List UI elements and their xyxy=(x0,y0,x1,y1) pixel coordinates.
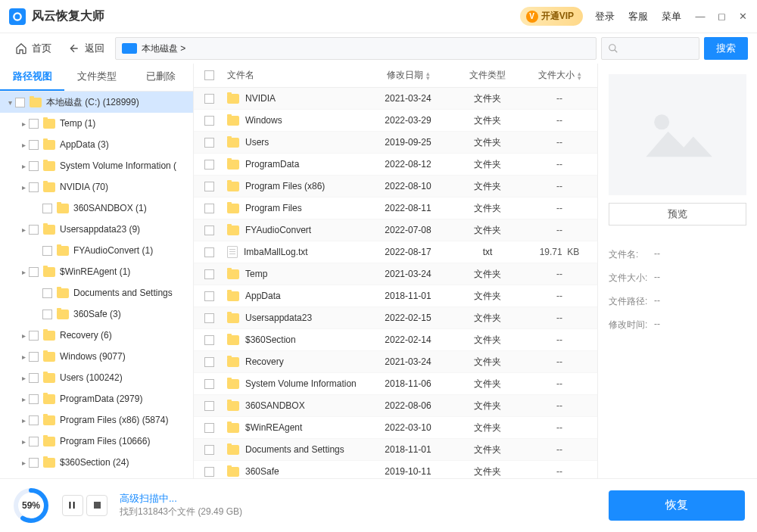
home-button[interactable]: 首页 xyxy=(9,39,58,58)
tree-item[interactable]: ▸$WinREAgent (1) xyxy=(0,261,193,282)
file-row[interactable]: 360Safe2019-10-11文件夹-- xyxy=(194,461,597,478)
tree-checkbox[interactable] xyxy=(42,204,52,213)
file-row[interactable]: FYAudioConvert2022-07-08文件夹-- xyxy=(194,219,597,241)
minimize-icon[interactable]: — xyxy=(695,11,706,22)
tree-checkbox[interactable] xyxy=(29,394,39,404)
col-date[interactable]: 修改日期▴▾ xyxy=(363,69,453,82)
row-checkbox[interactable] xyxy=(204,445,214,455)
search-input[interactable] xyxy=(601,37,699,60)
file-row[interactable]: Program Files2022-08-11文件夹-- xyxy=(194,198,597,219)
tree-checkbox[interactable] xyxy=(29,119,39,129)
tab-file-type[interactable]: 文件类型 xyxy=(64,64,129,91)
row-checkbox[interactable] xyxy=(204,401,214,411)
tree-checkbox[interactable] xyxy=(29,267,39,277)
tree-item[interactable]: ▸Program Files (10666) xyxy=(0,431,193,452)
tree-checkbox[interactable] xyxy=(42,310,52,319)
pause-button[interactable]: II xyxy=(62,495,83,516)
file-type: 文件夹 xyxy=(453,202,522,215)
file-row[interactable]: NVIDIA2021-03-24文件夹-- xyxy=(194,88,597,110)
row-checkbox[interactable] xyxy=(204,335,214,345)
file-row[interactable]: Program Files (x86)2022-08-10文件夹-- xyxy=(194,176,597,198)
tree-item[interactable]: ▸Users (100242) xyxy=(0,367,193,388)
col-size[interactable]: 文件大小▴▾ xyxy=(522,69,597,82)
file-row[interactable]: AppData2018-11-01文件夹-- xyxy=(194,285,597,307)
row-checkbox[interactable] xyxy=(204,291,214,301)
row-checkbox[interactable] xyxy=(204,138,214,148)
file-row[interactable]: ImbaMallLog.txt2022-08-17txt19.71 KB xyxy=(194,241,597,263)
row-checkbox[interactable] xyxy=(204,269,214,279)
row-checkbox[interactable] xyxy=(204,357,214,367)
recover-button[interactable]: 恢复 xyxy=(609,490,745,521)
search-button[interactable]: 搜索 xyxy=(704,37,748,60)
tree-item[interactable]: ▸ProgramData (2979) xyxy=(0,388,193,409)
tab-deleted[interactable]: 已删除 xyxy=(129,64,193,91)
row-checkbox[interactable] xyxy=(204,94,214,104)
menu-button[interactable]: 菜单 xyxy=(662,10,681,23)
col-name[interactable]: 文件名 xyxy=(224,69,363,82)
tree-checkbox[interactable] xyxy=(29,415,39,425)
tree-checkbox[interactable] xyxy=(29,331,39,341)
tree-item[interactable]: ▸System Volume Information ( xyxy=(0,155,193,176)
file-row[interactable]: Recovery2021-03-24文件夹-- xyxy=(194,351,597,373)
row-checkbox[interactable] xyxy=(204,467,214,477)
support-button[interactable]: 客服 xyxy=(628,10,648,23)
tab-path-view[interactable]: 路径视图 xyxy=(0,64,64,91)
file-row[interactable]: System Volume Information2018-11-06文件夹-- xyxy=(194,373,597,395)
tree-checkbox[interactable] xyxy=(42,288,52,298)
tree-item[interactable]: 360SANDBOX (1) xyxy=(0,198,193,219)
row-checkbox[interactable] xyxy=(204,423,214,433)
tree-item[interactable]: ▸Recovery (6) xyxy=(0,325,193,346)
tree-checkbox[interactable] xyxy=(42,246,52,256)
tree-checkbox[interactable] xyxy=(29,225,39,235)
row-checkbox[interactable] xyxy=(204,247,214,257)
vip-button[interactable]: V 开通VIP xyxy=(520,7,583,26)
select-all-checkbox[interactable] xyxy=(204,70,214,80)
tree-item[interactable]: ▸Usersappdata23 (9) xyxy=(0,219,193,240)
row-checkbox[interactable] xyxy=(204,313,214,323)
tree-checkbox[interactable] xyxy=(29,458,39,468)
tree-item[interactable]: ▸AppData (3) xyxy=(0,134,193,155)
tree-checkbox[interactable] xyxy=(15,98,25,107)
tree-item[interactable]: ▸Windows (9077) xyxy=(0,346,193,367)
tree-label: 本地磁盘 (C:) (128999) xyxy=(46,96,139,109)
tree-item[interactable]: ▾本地磁盘 (C:) (128999) xyxy=(0,92,193,113)
file-row[interactable]: $WinREAgent2022-03-10文件夹-- xyxy=(194,417,597,439)
row-checkbox[interactable] xyxy=(204,379,214,389)
file-row[interactable]: Documents and Settings2018-11-01文件夹-- xyxy=(194,439,597,461)
file-row[interactable]: Windows2022-03-29文件夹-- xyxy=(194,110,597,132)
row-checkbox[interactable] xyxy=(204,204,214,213)
tree-checkbox[interactable] xyxy=(29,352,39,362)
stop-button[interactable] xyxy=(86,495,107,516)
tree-item[interactable]: ▸NVIDIA (70) xyxy=(0,176,193,198)
tree-item[interactable]: Documents and Settings xyxy=(0,282,193,303)
tree-checkbox[interactable] xyxy=(29,182,39,192)
tree-item[interactable]: 360Safe (3) xyxy=(0,303,193,325)
file-row[interactable]: 360SANDBOX2022-08-06文件夹-- xyxy=(194,395,597,417)
tree-item[interactable]: FYAudioConvert (1) xyxy=(0,240,193,261)
file-type: 文件夹 xyxy=(453,158,522,171)
col-type[interactable]: 文件类型 xyxy=(453,69,522,82)
back-button[interactable]: 返回 xyxy=(62,39,111,58)
tree-item[interactable]: ▸Temp (1) xyxy=(0,113,193,134)
tree-checkbox[interactable] xyxy=(29,437,39,446)
tree-checkbox[interactable] xyxy=(29,140,39,150)
breadcrumb[interactable]: 本地磁盘 > xyxy=(115,37,597,60)
tree-item[interactable]: ▸$360Section (24) xyxy=(0,452,193,473)
file-row[interactable]: $360Section2022-02-14文件夹-- xyxy=(194,329,597,351)
tree-checkbox[interactable] xyxy=(29,373,39,383)
row-checkbox[interactable] xyxy=(204,226,214,235)
file-row[interactable]: Users2019-09-25文件夹-- xyxy=(194,132,597,154)
maximize-icon[interactable]: ◻ xyxy=(716,11,727,22)
tree-item[interactable]: ▸Program Files (x86) (5874) xyxy=(0,409,193,431)
file-row[interactable]: ProgramData2022-08-12文件夹-- xyxy=(194,154,597,176)
row-checkbox[interactable] xyxy=(204,160,214,170)
tree-checkbox[interactable] xyxy=(29,161,39,171)
preview-button[interactable]: 预览 xyxy=(609,203,746,226)
file-row[interactable]: Temp2021-03-24文件夹-- xyxy=(194,263,597,285)
file-row[interactable]: Usersappdata232022-02-15文件夹-- xyxy=(194,307,597,329)
close-icon[interactable]: ✕ xyxy=(737,11,748,22)
login-button[interactable]: 登录 xyxy=(595,10,615,23)
row-checkbox[interactable] xyxy=(204,116,214,126)
stop-icon xyxy=(94,502,101,509)
row-checkbox[interactable] xyxy=(204,182,214,191)
